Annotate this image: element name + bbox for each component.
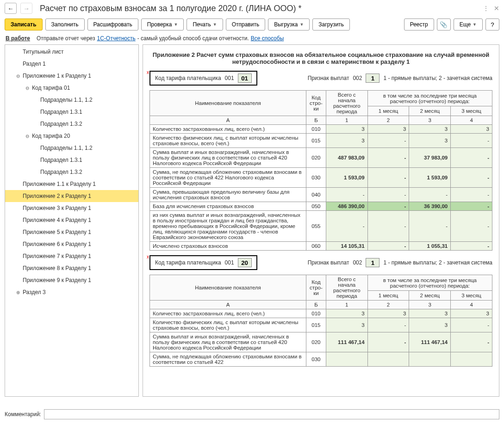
cell-value[interactable]: - [409,188,451,202]
cell-value[interactable]: 3 [326,318,367,332]
cell-value[interactable]: - [326,211,367,242]
tree-item[interactable]: Подразделы 1.1, 1.2 [5,142,138,154]
tree-item[interactable]: Раздел 1 [5,58,138,70]
cell-value[interactable]: - [367,188,409,202]
cell-value[interactable]: 487 983,09 [326,148,367,168]
tree-item[interactable]: ⊖Код тарифа 01 [5,82,138,94]
tariff-value-input[interactable] [238,258,252,267]
cell-value[interactable]: 14 105,31 [326,242,367,251]
tree-item[interactable]: Подраздел 1.3.2 [5,118,138,130]
tree-item[interactable]: ⊖Код тарифа 20 [5,130,138,142]
tree-item[interactable]: ⊖Приложение 1 к Разделу 1 [5,70,138,82]
cell-value[interactable]: - [451,134,492,148]
tree-item[interactable]: Подраздел 1.3.1 [5,106,138,118]
tree-item[interactable]: Приложение 7 к Разделу 1 [5,250,138,262]
tree-item[interactable]: Подраздел 1.3.2 [5,166,138,178]
cell-value[interactable]: - [367,168,409,188]
tree-item[interactable]: Приложение 1.1 к Разделу 1 [5,178,138,190]
tree-item[interactable]: Приложение 5 к Разделу 1 [5,226,138,238]
cell-value[interactable]: - [367,148,409,168]
cell-value[interactable]: 3 [409,125,451,134]
cell-value[interactable]: - [409,211,451,242]
attach-button[interactable]: 📎 [437,18,451,31]
cell-value[interactable]: - [451,148,492,168]
cell-value[interactable]: - [451,318,492,332]
close-icon[interactable]: ✕ [494,5,499,12]
cell-value[interactable]: - [367,242,409,251]
cell-value[interactable]: 3 [451,125,492,134]
tree-item[interactable]: Приложение 2 к Разделу 1 [5,190,138,202]
cell-value[interactable] [409,352,451,367]
tree-item[interactable]: Подраздел 1.3.1 [5,154,138,166]
fill-button[interactable]: Заполнить [45,18,85,31]
tree-item[interactable]: Приложение 4 к Разделу 1 [5,214,138,226]
cell-value[interactable]: 3 [367,309,409,318]
tree-item[interactable]: Приложение 6 к Разделу 1 [5,238,138,250]
check-button[interactable]: Проверка▼ [141,18,184,31]
cell-value[interactable]: 111 467,14 [409,332,451,352]
cell-value[interactable]: - [367,318,409,332]
collapse-icon[interactable]: ⊖ [25,86,30,91]
back-button[interactable]: ← [5,3,17,14]
cell-value[interactable] [451,352,492,367]
cell-value[interactable]: - [367,332,409,352]
send-button[interactable]: Отправить [226,18,266,31]
tree-item[interactable]: Приложение 9 к Разделу 1 [5,274,138,286]
cell-value[interactable]: 3 [326,134,367,148]
registry-button[interactable]: Реестр [404,18,434,31]
export-button[interactable]: Выгрузка▼ [268,18,310,31]
comment-input[interactable] [44,409,499,419]
cell-value[interactable]: 3 [451,309,492,318]
cell-value[interactable]: 3 [409,318,451,332]
more-button[interactable]: Еще▼ [454,18,483,31]
collapse-icon[interactable]: ⊖ [25,134,30,139]
cell-value[interactable] [367,352,409,367]
cell-value[interactable]: - [451,168,492,188]
help-button[interactable]: ? [485,18,499,31]
payment-sign-input[interactable] [366,258,380,267]
collapse-icon[interactable]: ⊖ [15,74,21,79]
cell-value[interactable]: 1 593,09 [326,168,367,188]
cell-value[interactable]: - [451,242,492,251]
menu-dots-icon[interactable]: ⋮ [483,5,489,12]
cell-value[interactable]: 3 [409,134,451,148]
cell-value[interactable]: 3 [367,125,409,134]
cell-value[interactable]: - [451,202,492,211]
write-button[interactable]: Записать [5,18,43,31]
cell-value[interactable]: - [367,134,409,148]
work-tab[interactable]: В работе [6,35,30,42]
cell-value[interactable]: - [367,202,409,211]
cell-value[interactable]: 1 593,09 [409,168,451,188]
cell-value[interactable]: - [326,188,367,202]
cell-value[interactable]: - [451,332,492,352]
decode-button[interactable]: Расшифровать [87,18,138,31]
tree-item[interactable]: Приложение 3 к Разделу 1 [5,202,138,214]
tree-item[interactable]: Титульный лист [5,46,138,58]
cell-value[interactable]: 36 390,00 [409,202,451,211]
cell-value[interactable]: 111 467,14 [326,332,367,352]
cell-value[interactable]: 3 [409,309,451,318]
tree-item[interactable]: Подразделы 1.1, 1.2 [5,94,138,106]
tree-item[interactable]: Приложение 8 к Разделу 1 [5,262,138,274]
chevron-down-icon: ▼ [299,22,304,27]
cell-value[interactable]: - [367,211,409,242]
cell-value[interactable]: 37 983,09 [409,148,451,168]
import-button[interactable]: Загрузить [312,18,350,31]
tariff-value-input[interactable] [238,74,252,83]
th-col1: 1 [326,116,367,125]
all-methods-link[interactable]: Все способы [251,35,284,42]
cell-value[interactable]: 3 [326,309,367,318]
cell-value[interactable] [326,352,367,367]
cell-value[interactable]: - [451,211,492,242]
cell-value[interactable]: - [451,188,492,202]
expand-icon[interactable]: ⊕ [15,290,21,295]
cell-value[interactable]: 3 [326,125,367,134]
tree-item[interactable]: ⊕Раздел 3 [5,286,138,298]
payment-sign-input[interactable] [366,74,380,83]
cell-value[interactable]: 486 390,00 [326,202,367,211]
reporting-link[interactable]: 1С-Отчетность [97,35,136,42]
print-button[interactable]: Печать▼ [187,18,223,31]
tariff-label: Код тарифа плательщика [155,75,221,81]
cell-value[interactable]: 1 055,31 [409,242,451,251]
forward-button[interactable]: → [20,3,32,14]
